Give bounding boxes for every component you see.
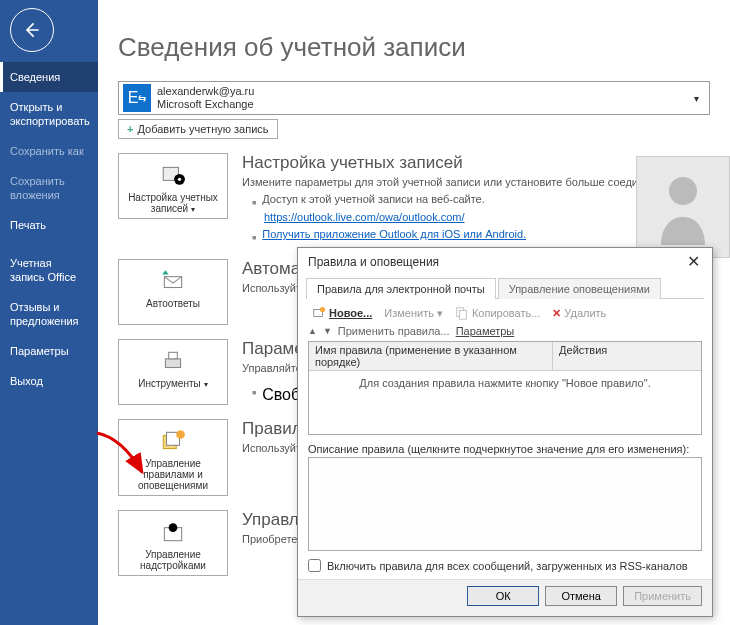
- mobile-app-link[interactable]: Получить приложение Outlook для iOS или …: [262, 227, 526, 245]
- section-body: Измените параметры для этой учетной запи…: [242, 176, 672, 188]
- auto-replies-button[interactable]: Автоответы: [118, 259, 228, 325]
- svg-point-13: [320, 307, 325, 312]
- sidebar-item-save-attachments[interactable]: Сохранить вложения: [0, 166, 98, 210]
- col-actions: Действия: [553, 342, 701, 370]
- addins-icon: [160, 519, 186, 545]
- account-settings-button[interactable]: Настройка учетных записей▾: [118, 153, 228, 219]
- sidebar-item-save-as[interactable]: Сохранить как: [0, 136, 98, 166]
- sidebar-item-exit[interactable]: Выход: [0, 366, 98, 396]
- move-down-icon[interactable]: ▼: [323, 326, 332, 336]
- ok-button[interactable]: ОК: [467, 586, 539, 606]
- apply-rules-button[interactable]: Применить правила...: [338, 325, 450, 337]
- rules-dialog: Правила и оповещения ✕ Правила для элект…: [297, 247, 713, 617]
- svg-rect-5: [165, 359, 180, 368]
- sidebar-item-print[interactable]: Печать: [0, 210, 98, 240]
- backstage-sidebar: Сведения Открыть и экспортировать Сохран…: [0, 0, 98, 625]
- tab-email-rules[interactable]: Правила для электронной почты: [306, 278, 496, 299]
- svg-point-2: [178, 178, 181, 181]
- account-type: Microsoft Exchange: [157, 98, 254, 111]
- web-access-text: Доступ к этой учетной записи на веб-сайт…: [262, 192, 485, 210]
- new-rule-icon: [312, 306, 326, 320]
- owa-link[interactable]: https://outlook.live.com/owa/outlook.com…: [264, 211, 465, 223]
- col-rule-name: Имя правила (применение в указанном поря…: [309, 342, 553, 370]
- exchange-icon: E⇆: [123, 84, 151, 112]
- copy-icon: [455, 306, 469, 320]
- rss-rules-checkbox[interactable]: Включить правила для всех сообщений, заг…: [308, 559, 702, 572]
- edit-rule-button[interactable]: Изменить ▾: [380, 306, 447, 321]
- account-settings-icon: [160, 162, 186, 188]
- person-icon: [653, 167, 713, 247]
- svg-rect-6: [169, 352, 178, 359]
- tab-manage-alerts[interactable]: Управление оповещениями: [498, 278, 661, 299]
- add-account-button[interactable]: +Добавить учетную запись: [118, 119, 278, 139]
- cancel-button[interactable]: Отмена: [545, 586, 617, 606]
- sidebar-item-feedback[interactable]: Отзывы и предложения: [0, 292, 98, 336]
- description-box: [308, 457, 702, 551]
- dialog-title: Правила и оповещения: [308, 255, 439, 269]
- svg-point-11: [169, 523, 178, 532]
- parameters-link[interactable]: Параметры: [456, 325, 515, 337]
- sidebar-item-info[interactable]: Сведения: [0, 62, 98, 92]
- auto-reply-icon: [160, 268, 186, 294]
- account-email: alexanderwk@ya.ru: [157, 85, 254, 98]
- copy-rule-button[interactable]: Копировать...: [451, 305, 544, 321]
- printer-icon: [160, 348, 186, 374]
- sidebar-item-options[interactable]: Параметры: [0, 336, 98, 366]
- close-button[interactable]: ✕: [681, 252, 706, 271]
- description-label: Описание правила (щелкните подчеркнутое …: [308, 443, 702, 455]
- new-rule-button[interactable]: Новое...: [308, 305, 376, 321]
- svg-point-9: [176, 430, 185, 439]
- arrow-left-icon: [22, 20, 42, 40]
- delete-rule-button[interactable]: ✕ Удалить: [548, 306, 610, 321]
- rules-grid[interactable]: Имя правила (применение в указанном поря…: [308, 341, 702, 435]
- addins-button[interactable]: Управление надстройками: [118, 510, 228, 576]
- apply-button[interactable]: Применить: [623, 586, 702, 606]
- rules-alerts-button[interactable]: Управление правилами и оповещениями: [118, 419, 228, 496]
- grid-empty-text: Для создания правила нажмите кнопку "Нов…: [309, 371, 701, 395]
- back-button[interactable]: [10, 8, 54, 52]
- sidebar-item-office-account[interactable]: Учетная запись Office: [0, 248, 98, 292]
- rules-icon: [160, 428, 186, 454]
- sidebar-item-open-export[interactable]: Открыть и экспортировать: [0, 92, 98, 136]
- account-dropdown[interactable]: E⇆ alexanderwk@ya.ru Microsoft Exchange …: [118, 81, 710, 115]
- tools-button[interactable]: Инструменты▾: [118, 339, 228, 405]
- move-up-icon[interactable]: ▲: [308, 326, 317, 336]
- svg-rect-15: [459, 310, 466, 319]
- account-avatar: [636, 156, 730, 258]
- svg-point-3: [669, 177, 697, 205]
- chevron-down-icon: ▾: [694, 93, 699, 104]
- rss-rules-checkbox-input[interactable]: [308, 559, 321, 572]
- page-title: Сведения об учетной записи: [118, 32, 710, 63]
